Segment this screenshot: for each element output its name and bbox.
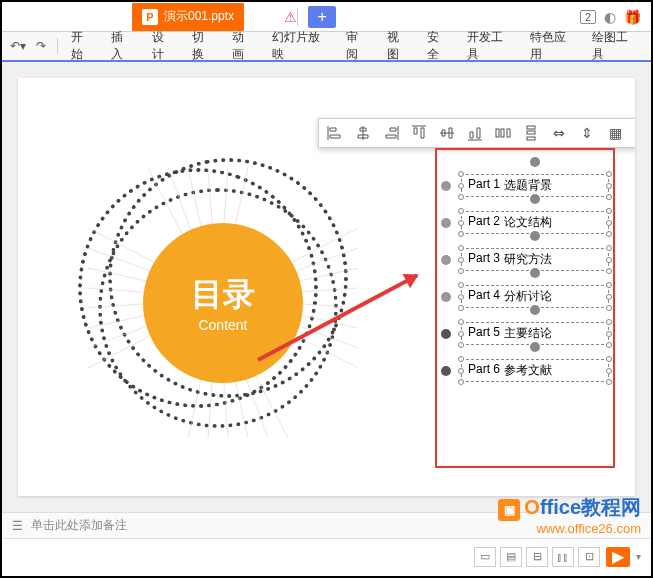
gift-icon[interactable]: 🎁: [624, 9, 641, 25]
bullet-icon: [441, 366, 451, 376]
toc-row: Part 5 主要结论: [441, 322, 609, 345]
bullet-icon: [441, 218, 451, 228]
align-top-icon[interactable]: [409, 123, 429, 143]
distribute-v-icon[interactable]: [521, 123, 541, 143]
watermark-url: www.office26.com: [498, 521, 641, 536]
tab-transition[interactable]: 切换: [184, 25, 222, 67]
svg-rect-17: [527, 126, 535, 129]
title-circle[interactable]: 目录 Content: [143, 223, 303, 383]
align-center-h-icon[interactable]: [353, 123, 373, 143]
align-right-icon[interactable]: [381, 123, 401, 143]
tab-slideshow[interactable]: 幻灯片放映: [264, 25, 336, 67]
part-label: Part 1: [468, 177, 500, 194]
watermark: ▣Office教程网 www.office26.com: [498, 494, 641, 536]
undo-dropdown-icon[interactable]: ↶▾: [8, 35, 28, 57]
rotate-handle[interactable]: [530, 194, 540, 204]
rotate-handle[interactable]: [530, 231, 540, 241]
redo-icon[interactable]: ↷: [34, 35, 48, 57]
divider: [297, 8, 298, 26]
reading-view-icon[interactable]: ⫿⫿: [552, 547, 574, 567]
notes-view-icon[interactable]: ⊟: [526, 547, 548, 567]
play-dropdown-icon[interactable]: ▾: [636, 551, 641, 562]
part-text: 分析讨论: [504, 288, 552, 305]
more-align-icon[interactable]: ⋯: [633, 123, 635, 143]
normal-view-icon[interactable]: ▭: [474, 547, 496, 567]
tab-animation[interactable]: 动画: [224, 25, 262, 67]
part-text: 参考文献: [504, 362, 552, 379]
slide-canvas[interactable]: 目录 Content ⇔ ⇕ ▦ ⋯ P: [2, 62, 651, 512]
toc-row: Part 1 选题背景: [441, 174, 609, 197]
warning-icon[interactable]: ⚠: [284, 9, 297, 25]
quick-access: ↶▾ ↷: [8, 35, 61, 57]
ribbon-tabs: ↶▾ ↷ 开始 插入 设计 切换 动画 幻灯片放映 审阅 视图 安全 开发工具 …: [2, 32, 651, 62]
rotate-handle[interactable]: [530, 157, 540, 167]
part-text: 主要结论: [504, 325, 552, 342]
toc-row: Part 6 参考文献: [441, 359, 609, 382]
bullet-icon: [441, 181, 451, 191]
part-label: Part 6: [468, 362, 500, 379]
rotate-handle[interactable]: [530, 305, 540, 315]
rotate-handle[interactable]: [530, 342, 540, 352]
tab-review[interactable]: 审阅: [338, 25, 376, 67]
tab-special[interactable]: 特色应用: [522, 25, 583, 67]
tab-home[interactable]: 开始: [63, 25, 101, 67]
toc-row: Part 3 研究方法: [441, 248, 609, 271]
status-bar: ▭ ▤ ⊟ ⫿⫿ ⊡ ▶ ▾: [2, 538, 651, 574]
powerpoint-icon: P: [142, 9, 158, 25]
toc-row: Part 2 论文结构: [441, 211, 609, 234]
bullet-icon: [441, 255, 451, 265]
part-text: 研究方法: [504, 251, 552, 268]
equal-height-icon[interactable]: ⇕: [577, 123, 597, 143]
tab-security[interactable]: 安全: [419, 25, 457, 67]
part-label: Part 3: [468, 251, 500, 268]
separator: [57, 38, 58, 54]
tab-view[interactable]: 视图: [379, 25, 417, 67]
tab-developer[interactable]: 开发工具: [459, 25, 520, 67]
toc-textbox-6[interactable]: Part 6 参考文献: [461, 359, 609, 382]
align-middle-v-icon[interactable]: [437, 123, 457, 143]
watermark-brand: ▣Office教程网: [498, 494, 641, 521]
view-mode-group: ▭ ▤ ⊟ ⫿⫿ ⊡: [474, 547, 600, 567]
window-count-badge[interactable]: 2: [580, 10, 596, 24]
toc-row: Part 4 分析讨论: [441, 285, 609, 308]
snap-grid-icon[interactable]: ▦: [605, 123, 625, 143]
part-text: 论文结构: [504, 214, 552, 231]
svg-rect-16: [507, 129, 510, 137]
slide-subtitle: Content: [198, 317, 247, 333]
outline-view-icon[interactable]: ⊡: [578, 547, 600, 567]
svg-rect-14: [496, 129, 499, 137]
tab-drawing-tools[interactable]: 绘图工具: [584, 25, 645, 67]
part-label: Part 2: [468, 214, 500, 231]
part-label: Part 5: [468, 325, 500, 342]
skin-icon[interactable]: ◐: [604, 9, 616, 25]
tab-insert[interactable]: 插入: [103, 25, 141, 67]
sorter-view-icon[interactable]: ▤: [500, 547, 522, 567]
part-text: 选题背景: [504, 177, 552, 194]
distribute-h-icon[interactable]: [493, 123, 513, 143]
titlebar-right: 2 ◐ 🎁: [580, 9, 651, 25]
decorative-circle-graphic[interactable]: 目录 Content: [78, 158, 368, 448]
equal-width-icon[interactable]: ⇔: [549, 123, 569, 143]
notes-placeholder: 单击此处添加备注: [31, 517, 127, 534]
watermark-badge-icon: ▣: [498, 499, 520, 521]
svg-rect-19: [527, 137, 535, 140]
svg-rect-18: [527, 131, 535, 134]
align-left-icon[interactable]: [325, 123, 345, 143]
notes-icon: ☰: [12, 519, 23, 533]
slide-title: 目录: [191, 273, 255, 317]
slide[interactable]: 目录 Content ⇔ ⇕ ▦ ⋯ P: [18, 78, 635, 496]
selection-highlight-box: Part 1 选题背景 Part 2 论文结构 Part 3: [435, 148, 615, 468]
svg-rect-15: [501, 129, 504, 137]
tab-design[interactable]: 设计: [144, 25, 182, 67]
bullet-icon: [441, 292, 451, 302]
part-label: Part 4: [468, 288, 500, 305]
alignment-toolbar: ⇔ ⇕ ▦ ⋯: [318, 118, 635, 148]
bullet-icon: [441, 329, 451, 339]
rotate-handle[interactable]: [530, 268, 540, 278]
filename-label: 演示001.pptx: [164, 8, 234, 25]
align-bottom-icon[interactable]: [465, 123, 485, 143]
slideshow-play-button[interactable]: ▶: [606, 547, 630, 567]
